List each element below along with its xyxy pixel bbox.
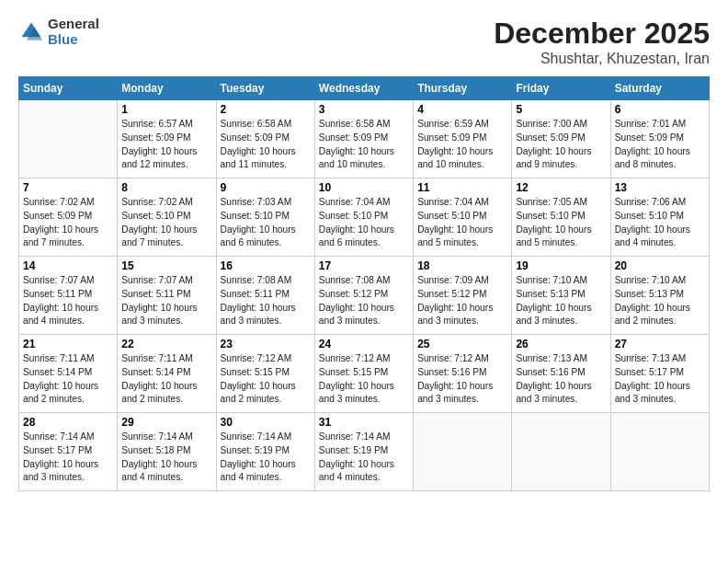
day-number: 8 bbox=[121, 181, 211, 194]
day-cell-w1-d5: 4Sunrise: 6:59 AM Sunset: 5:09 PM Daylig… bbox=[414, 100, 512, 178]
header-monday: Monday bbox=[118, 77, 216, 100]
day-info: Sunrise: 6:58 AM Sunset: 5:09 PM Dayligh… bbox=[221, 118, 311, 172]
day-cell-w4-d2: 22Sunrise: 7:11 AM Sunset: 5:14 PM Dayli… bbox=[118, 335, 216, 413]
day-info: Sunrise: 7:10 AM Sunset: 5:13 PM Dayligh… bbox=[615, 274, 705, 328]
day-cell-w2-d1: 7Sunrise: 7:02 AM Sunset: 5:09 PM Daylig… bbox=[19, 178, 118, 257]
week-row-1: 1Sunrise: 6:57 AM Sunset: 5:09 PM Daylig… bbox=[19, 100, 710, 178]
day-info: Sunrise: 6:59 AM Sunset: 5:09 PM Dayligh… bbox=[417, 118, 507, 172]
header-tuesday: Tuesday bbox=[216, 77, 314, 100]
day-info: Sunrise: 7:01 AM Sunset: 5:09 PM Dayligh… bbox=[615, 118, 705, 172]
day-info: Sunrise: 6:57 AM Sunset: 5:09 PM Dayligh… bbox=[121, 118, 211, 172]
day-info: Sunrise: 7:02 AM Sunset: 5:10 PM Dayligh… bbox=[121, 196, 211, 250]
day-info: Sunrise: 7:03 AM Sunset: 5:10 PM Dayligh… bbox=[221, 196, 311, 250]
day-number: 15 bbox=[121, 259, 211, 272]
day-cell-w4-d6: 26Sunrise: 7:13 AM Sunset: 5:16 PM Dayli… bbox=[512, 335, 610, 413]
day-number: 3 bbox=[319, 103, 409, 116]
title-block: December 2025 Shushtar, Khuzestan, Iran bbox=[494, 17, 710, 67]
logo: General Blue bbox=[18, 17, 99, 47]
day-number: 13 bbox=[615, 181, 705, 194]
day-number: 7 bbox=[23, 181, 113, 194]
day-number: 2 bbox=[221, 103, 311, 116]
logo-icon bbox=[18, 19, 44, 45]
day-info: Sunrise: 7:07 AM Sunset: 5:11 PM Dayligh… bbox=[23, 274, 113, 328]
day-number: 10 bbox=[319, 181, 409, 194]
day-cell-w2-d5: 11Sunrise: 7:04 AM Sunset: 5:10 PM Dayli… bbox=[414, 178, 512, 257]
day-info: Sunrise: 7:12 AM Sunset: 5:15 PM Dayligh… bbox=[221, 352, 311, 407]
day-cell-w5-d5 bbox=[414, 413, 512, 491]
header-wednesday: Wednesday bbox=[314, 77, 413, 100]
day-info: Sunrise: 7:05 AM Sunset: 5:10 PM Dayligh… bbox=[516, 196, 606, 250]
day-cell-w3-d6: 19Sunrise: 7:10 AM Sunset: 5:13 PM Dayli… bbox=[512, 257, 610, 335]
day-cell-w2-d4: 10Sunrise: 7:04 AM Sunset: 5:10 PM Dayli… bbox=[314, 178, 413, 257]
day-info: Sunrise: 7:12 AM Sunset: 5:16 PM Dayligh… bbox=[417, 352, 507, 407]
logo-text: General Blue bbox=[48, 17, 99, 47]
header-thursday: Thursday bbox=[414, 77, 512, 100]
calendar-table: Sunday Monday Tuesday Wednesday Thursday… bbox=[18, 76, 710, 491]
day-number: 4 bbox=[417, 103, 507, 116]
day-info: Sunrise: 7:11 AM Sunset: 5:14 PM Dayligh… bbox=[121, 352, 211, 407]
day-number: 14 bbox=[23, 259, 113, 272]
day-info: Sunrise: 7:14 AM Sunset: 5:19 PM Dayligh… bbox=[319, 431, 409, 485]
day-info: Sunrise: 7:14 AM Sunset: 5:18 PM Dayligh… bbox=[121, 431, 211, 485]
calendar-header: Sunday Monday Tuesday Wednesday Thursday… bbox=[19, 77, 710, 100]
day-info: Sunrise: 6:58 AM Sunset: 5:09 PM Dayligh… bbox=[319, 118, 409, 172]
day-number: 5 bbox=[516, 103, 606, 116]
day-cell-w5-d4: 31Sunrise: 7:14 AM Sunset: 5:19 PM Dayli… bbox=[314, 413, 413, 491]
day-cell-w3-d4: 17Sunrise: 7:08 AM Sunset: 5:12 PM Dayli… bbox=[314, 257, 413, 335]
day-number: 31 bbox=[319, 416, 409, 429]
day-cell-w5-d7 bbox=[610, 413, 709, 491]
header-friday: Friday bbox=[512, 77, 610, 100]
day-info: Sunrise: 7:06 AM Sunset: 5:10 PM Dayligh… bbox=[615, 196, 705, 250]
day-cell-w3-d2: 15Sunrise: 7:07 AM Sunset: 5:11 PM Dayli… bbox=[118, 257, 216, 335]
calendar-body: 1Sunrise: 6:57 AM Sunset: 5:09 PM Daylig… bbox=[19, 100, 710, 491]
day-cell-w4-d4: 24Sunrise: 7:12 AM Sunset: 5:15 PM Dayli… bbox=[314, 335, 413, 413]
week-row-3: 14Sunrise: 7:07 AM Sunset: 5:11 PM Dayli… bbox=[19, 257, 710, 335]
day-number: 30 bbox=[221, 416, 311, 429]
day-cell-w1-d6: 5Sunrise: 7:00 AM Sunset: 5:09 PM Daylig… bbox=[512, 100, 610, 178]
week-row-4: 21Sunrise: 7:11 AM Sunset: 5:14 PM Dayli… bbox=[19, 335, 710, 413]
calendar-title: December 2025 bbox=[494, 17, 710, 51]
day-info: Sunrise: 7:09 AM Sunset: 5:12 PM Dayligh… bbox=[417, 274, 507, 328]
day-info: Sunrise: 7:13 AM Sunset: 5:17 PM Dayligh… bbox=[615, 352, 705, 407]
day-cell-w4-d3: 23Sunrise: 7:12 AM Sunset: 5:15 PM Dayli… bbox=[216, 335, 314, 413]
day-info: Sunrise: 7:11 AM Sunset: 5:14 PM Dayligh… bbox=[23, 352, 113, 407]
day-number: 17 bbox=[319, 259, 409, 272]
day-number: 29 bbox=[121, 416, 211, 429]
day-cell-w3-d5: 18Sunrise: 7:09 AM Sunset: 5:12 PM Dayli… bbox=[414, 257, 512, 335]
day-number: 16 bbox=[221, 259, 311, 272]
day-info: Sunrise: 7:08 AM Sunset: 5:12 PM Dayligh… bbox=[319, 274, 409, 328]
day-cell-w2-d7: 13Sunrise: 7:06 AM Sunset: 5:10 PM Dayli… bbox=[610, 178, 709, 257]
day-number: 6 bbox=[615, 103, 705, 116]
day-info: Sunrise: 7:04 AM Sunset: 5:10 PM Dayligh… bbox=[319, 196, 409, 250]
day-cell-w1-d1 bbox=[19, 100, 118, 178]
day-cell-w3-d7: 20Sunrise: 7:10 AM Sunset: 5:13 PM Dayli… bbox=[610, 257, 709, 335]
day-info: Sunrise: 7:07 AM Sunset: 5:11 PM Dayligh… bbox=[121, 274, 211, 328]
day-info: Sunrise: 7:08 AM Sunset: 5:11 PM Dayligh… bbox=[221, 274, 311, 328]
day-cell-w5-d1: 28Sunrise: 7:14 AM Sunset: 5:17 PM Dayli… bbox=[19, 413, 118, 491]
day-number: 21 bbox=[23, 338, 113, 350]
day-number: 11 bbox=[417, 181, 507, 194]
day-cell-w5-d2: 29Sunrise: 7:14 AM Sunset: 5:18 PM Dayli… bbox=[118, 413, 216, 491]
day-info: Sunrise: 7:14 AM Sunset: 5:17 PM Dayligh… bbox=[23, 431, 113, 485]
header: General Blue December 2025 Shushtar, Khu… bbox=[18, 17, 710, 67]
day-cell-w1-d4: 3Sunrise: 6:58 AM Sunset: 5:09 PM Daylig… bbox=[314, 100, 413, 178]
day-number: 27 bbox=[615, 338, 705, 350]
header-saturday: Saturday bbox=[610, 77, 709, 100]
day-cell-w2-d3: 9Sunrise: 7:03 AM Sunset: 5:10 PM Daylig… bbox=[216, 178, 314, 257]
day-cell-w2-d2: 8Sunrise: 7:02 AM Sunset: 5:10 PM Daylig… bbox=[118, 178, 216, 257]
day-cell-w3-d1: 14Sunrise: 7:07 AM Sunset: 5:11 PM Dayli… bbox=[19, 257, 118, 335]
day-number: 1 bbox=[121, 103, 211, 116]
day-number: 28 bbox=[23, 416, 113, 429]
day-number: 23 bbox=[221, 338, 311, 350]
day-number: 19 bbox=[516, 259, 606, 272]
day-cell-w5-d6 bbox=[512, 413, 610, 491]
day-info: Sunrise: 7:10 AM Sunset: 5:13 PM Dayligh… bbox=[516, 274, 606, 328]
day-number: 25 bbox=[417, 338, 507, 350]
week-row-2: 7Sunrise: 7:02 AM Sunset: 5:09 PM Daylig… bbox=[19, 178, 710, 257]
header-sunday: Sunday bbox=[19, 77, 118, 100]
day-cell-w1-d7: 6Sunrise: 7:01 AM Sunset: 5:09 PM Daylig… bbox=[610, 100, 709, 178]
week-row-5: 28Sunrise: 7:14 AM Sunset: 5:17 PM Dayli… bbox=[19, 413, 710, 491]
day-number: 26 bbox=[516, 338, 606, 350]
day-number: 24 bbox=[319, 338, 409, 350]
day-number: 18 bbox=[417, 259, 507, 272]
